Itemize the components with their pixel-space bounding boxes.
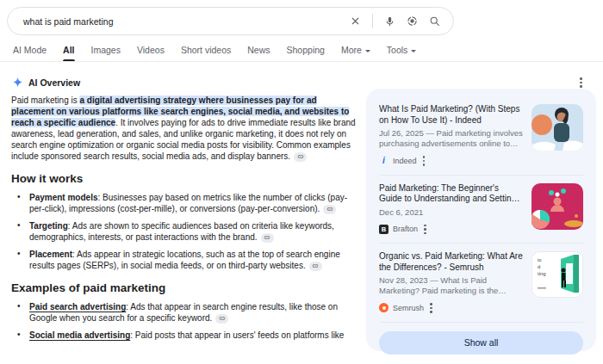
- svg-text:d: d: [538, 264, 540, 269]
- semrush-favicon: [379, 303, 389, 312]
- section-heading-how-it-works: How it works: [11, 173, 356, 184]
- tab-ai-mode[interactable]: AI Mode: [13, 45, 47, 61]
- citation-link-icon[interactable]: [309, 262, 322, 271]
- card-snippet: Nov 28, 2023 — What Is Paid Marketing? P…: [379, 275, 523, 296]
- tabs-bottom-rule: [0, 61, 603, 62]
- section-heading-examples: Examples of paid marketing: [11, 282, 356, 293]
- card-options-menu[interactable]: [421, 154, 427, 168]
- search-bar-divider: [372, 14, 373, 28]
- tab-news[interactable]: News: [247, 45, 270, 61]
- tab-label: Short videos: [181, 45, 231, 55]
- card-title[interactable]: What Is Paid Marketing? (With Steps on H…: [379, 104, 523, 126]
- bullet-term: Placement: [29, 250, 72, 259]
- source-card-indeed[interactable]: What Is Paid Marketing? (With Steps on H…: [379, 96, 583, 175]
- card-thumbnail-illustration[interactable]: [532, 104, 583, 151]
- card-thumbnail-illustration[interactable]: [532, 183, 583, 230]
- bullet-term-link[interactable]: Paid search advertising: [29, 302, 126, 312]
- tab-shopping[interactable]: Shopping: [287, 45, 325, 61]
- svg-text:ting: ting: [538, 271, 546, 276]
- card-thumbnail-illustration[interactable]: io d ting: [532, 251, 583, 298]
- card-text: Paid Marketing: The Beginner's Guide to …: [379, 183, 523, 237]
- ai-overview-body: Paid marketing is a digital advertising …: [11, 95, 356, 347]
- search-icon[interactable]: [429, 15, 440, 27]
- card-title[interactable]: Paid Marketing: The Beginner's Guide to …: [379, 183, 523, 205]
- source-name: Indeed: [393, 157, 417, 165]
- card-snippet: Jul 26, 2025 — Paid marketing involves p…: [379, 128, 523, 149]
- bullet-text: : Paid posts that appear in users' feeds…: [130, 330, 344, 340]
- card-source-row: B Brafton: [379, 223, 523, 237]
- source-name: Semrush: [393, 304, 424, 312]
- clear-icon[interactable]: [350, 15, 361, 27]
- search-input[interactable]: [8, 16, 350, 27]
- list-item: Targeting: Ads are shown to specific aud…: [11, 220, 356, 243]
- card-text: Organic vs. Paid Marketing: What Are the…: [379, 251, 523, 315]
- tab-short-videos[interactable]: Short videos: [181, 45, 231, 61]
- source-card-semrush[interactable]: Organic vs. Paid Marketing: What Are the…: [379, 244, 583, 322]
- ai-overview-header: AI Overview: [12, 77, 80, 88]
- mic-icon[interactable]: [384, 15, 395, 27]
- tab-label: All: [63, 45, 74, 55]
- tab-label: Tools: [387, 45, 408, 55]
- card-options-menu[interactable]: [422, 223, 428, 237]
- bullet-text: : Ads are shown to specific audiences ba…: [29, 221, 334, 242]
- bullet-term-link[interactable]: Social media advertising: [29, 330, 130, 340]
- list-item: Placement: Ads appear in strategic locat…: [11, 249, 356, 271]
- tab-tools[interactable]: Tools: [387, 45, 417, 61]
- tab-label: Videos: [137, 45, 165, 55]
- card-source-row: i Indeed: [379, 154, 523, 168]
- citation-link-icon[interactable]: [294, 152, 307, 162]
- card-source-row: Semrush: [379, 301, 523, 315]
- svg-text:io: io: [538, 257, 542, 262]
- tab-label: More: [341, 45, 362, 55]
- tab-more[interactable]: More: [341, 45, 370, 61]
- show-all-button[interactable]: Show all: [379, 331, 583, 355]
- overview-options-menu[interactable]: [578, 76, 584, 89]
- card-options-menu[interactable]: [428, 301, 434, 315]
- bullet-text: : Ads appear in strategic locations, suc…: [29, 250, 340, 270]
- bullet-term: Payment models: [29, 193, 97, 202]
- list-item: Social media advertising: Paid posts tha…: [11, 330, 356, 341]
- list-item: Payment models: Businesses pay based on …: [11, 192, 356, 214]
- citation-link-icon[interactable]: [215, 314, 228, 324]
- tab-videos[interactable]: Videos: [137, 45, 165, 61]
- brafton-favicon: B: [379, 225, 389, 234]
- show-all-label: Show all: [464, 337, 499, 348]
- tab-label: Images: [91, 45, 121, 55]
- tab-all[interactable]: All: [63, 45, 74, 61]
- card-snippet: Dec 6, 2021: [379, 207, 523, 218]
- tab-label: News: [247, 45, 270, 55]
- sources-panel: What Is Paid Marketing? (With Steps on H…: [366, 89, 596, 351]
- tab-label: AI Mode: [13, 45, 47, 55]
- citation-link-icon[interactable]: [323, 205, 336, 214]
- chevron-down-icon: [365, 50, 370, 52]
- examples-list: Paid search advertising: Ads that appear…: [11, 301, 356, 341]
- lens-icon[interactable]: [407, 15, 418, 27]
- citation-link-icon[interactable]: [261, 233, 274, 243]
- tab-images[interactable]: Images: [91, 45, 121, 61]
- result-tabs: AI Mode All Images Videos Short videos N…: [13, 45, 416, 61]
- list-item: Paid search advertising: Ads that appear…: [11, 301, 356, 324]
- overview-intro-paragraph: Paid marketing is a digital advertising …: [11, 95, 356, 162]
- chevron-down-icon: [411, 50, 416, 52]
- how-it-works-list: Payment models: Businesses pay based on …: [11, 192, 356, 271]
- source-name: Brafton: [393, 225, 418, 233]
- intro-prefix: Paid marketing is: [11, 96, 79, 105]
- card-text: What Is Paid Marketing? (With Steps on H…: [379, 104, 523, 168]
- card-title[interactable]: Organic vs. Paid Marketing: What Are the…: [379, 251, 523, 273]
- search-bar[interactable]: [7, 7, 454, 35]
- search-bar-icons: [350, 14, 453, 28]
- source-card-brafton[interactable]: Paid Marketing: The Beginner's Guide to …: [379, 176, 583, 244]
- card-divider: [379, 322, 583, 323]
- ai-sparkle-icon: [12, 77, 23, 88]
- ai-overview-label: AI Overview: [28, 77, 80, 88]
- indeed-favicon: i: [379, 156, 389, 165]
- tab-label: Shopping: [287, 45, 325, 55]
- bullet-term: Targeting: [29, 221, 68, 231]
